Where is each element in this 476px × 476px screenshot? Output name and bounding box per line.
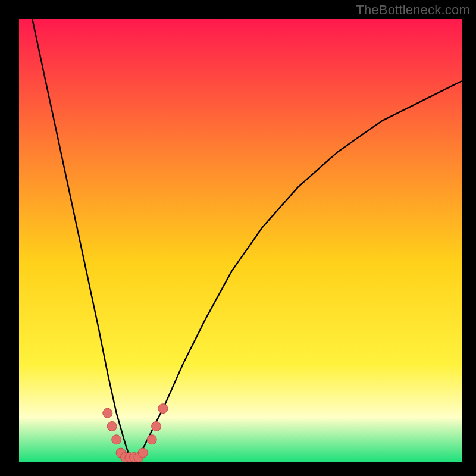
marker-point — [152, 422, 161, 431]
marker-point — [158, 404, 168, 414]
chart-frame: TheBottleneck.com — [0, 0, 476, 476]
marker-point — [147, 435, 156, 444]
marker-point — [112, 435, 121, 444]
marker-point — [103, 408, 112, 418]
plot-background — [19, 19, 462, 462]
attribution-text: TheBottleneck.com — [356, 2, 470, 18]
marker-point — [107, 422, 117, 431]
chart-svg — [0, 0, 476, 476]
marker-point — [138, 448, 148, 458]
